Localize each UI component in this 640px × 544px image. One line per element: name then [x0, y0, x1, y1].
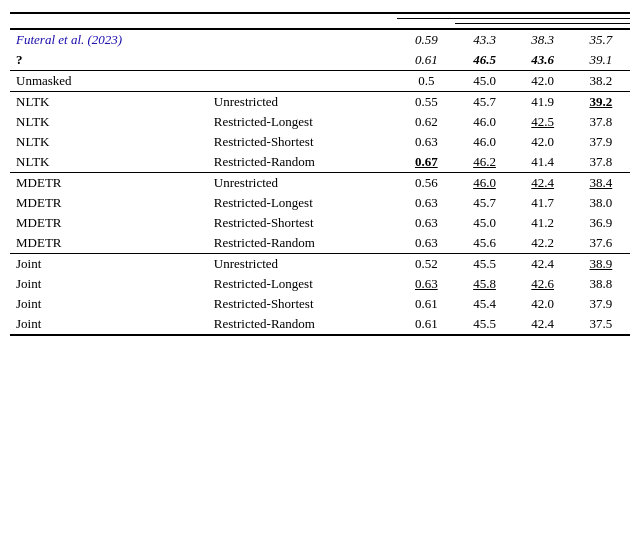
commute-cell: 0.5: [397, 71, 455, 92]
commute-header: [397, 19, 455, 30]
coco-cell: 38.0: [572, 193, 630, 213]
selection-cell: Restricted-Random: [208, 152, 397, 173]
table-row: MDETRRestricted-Longest0.6345.741.738.0: [10, 193, 630, 213]
coco-cell: 37.5: [572, 314, 630, 335]
table-row: MDETRRestricted-Shortest0.6345.041.236.9: [10, 213, 630, 233]
year2017-cell: 42.0: [514, 294, 572, 314]
selection-cell: Restricted-Shortest: [208, 294, 397, 314]
year2016-cell: 46.2: [455, 152, 513, 173]
year2016-cell: 45.0: [455, 213, 513, 233]
table-row: MDETRUnrestricted0.5646.042.438.4: [10, 173, 630, 194]
year2017-cell: 38.3: [514, 29, 572, 50]
table-row: JointRestricted-Shortest0.6145.442.037.9: [10, 294, 630, 314]
detection-cell: NLTK: [10, 92, 208, 113]
year2017-cell: 41.7: [514, 193, 572, 213]
detection-cell: NLTK: [10, 132, 208, 152]
commute-cell: 0.63: [397, 193, 455, 213]
year2016-cell: 45.4: [455, 294, 513, 314]
detection-cell: MDETR: [10, 233, 208, 254]
commute-cell: 0.61: [397, 50, 455, 71]
commute-cell: 0.59: [397, 29, 455, 50]
commute-cell: 0.63: [397, 274, 455, 294]
table-row: NLTKUnrestricted0.5545.741.939.2: [10, 92, 630, 113]
table-row: Futeral et al. (2023)0.5943.338.335.7: [10, 29, 630, 50]
commute-cell: 0.55: [397, 92, 455, 113]
detection-cell: Joint: [10, 314, 208, 335]
coco-cell: 37.8: [572, 152, 630, 173]
commute-cell: 0.61: [397, 294, 455, 314]
detection-cell: NLTK: [10, 112, 208, 132]
year2017-cell: 42.6: [514, 274, 572, 294]
commute-cell: 0.52: [397, 254, 455, 275]
commute-cell: 0.61: [397, 314, 455, 335]
selection-cell: Restricted-Longest: [208, 274, 397, 294]
year2017-cell: 42.4: [514, 173, 572, 194]
coco-cell: 37.9: [572, 294, 630, 314]
year2017-cell: 42.4: [514, 254, 572, 275]
detection-cell: MDETR: [10, 193, 208, 213]
year2016-cell: 46.0: [455, 132, 513, 152]
coco-cell: 37.8: [572, 112, 630, 132]
year2017-cell: 42.4: [514, 314, 572, 335]
selection-cell: [208, 50, 397, 71]
table-row: MDETRRestricted-Random0.6345.642.237.6: [10, 233, 630, 254]
year2017-cell: 41.4: [514, 152, 572, 173]
detection-cell: Unmasked: [10, 71, 208, 92]
table-row: JointUnrestricted0.5245.542.438.9: [10, 254, 630, 275]
year2017-cell: 41.2: [514, 213, 572, 233]
year2017-cell: 41.9: [514, 92, 572, 113]
year2016-cell: 45.7: [455, 92, 513, 113]
commute-cell: 0.63: [397, 233, 455, 254]
selection-cell: Restricted-Longest: [208, 193, 397, 213]
table-row: JointRestricted-Longest0.6345.842.638.8: [10, 274, 630, 294]
selection-cell: Restricted-Longest: [208, 112, 397, 132]
detection-cell: MDETR: [10, 173, 208, 194]
year2017-cell: 42.0: [514, 71, 572, 92]
selection-cell: [208, 29, 397, 50]
coco-cell: 39.1: [572, 50, 630, 71]
year2017-cell: 42.0: [514, 132, 572, 152]
table-row: NLTKRestricted-Random0.6746.241.437.8: [10, 152, 630, 173]
year2017-cell: 42.2: [514, 233, 572, 254]
selection-cell: Unrestricted: [208, 173, 397, 194]
coco-cell: 38.2: [572, 71, 630, 92]
selection-cell: Restricted-Shortest: [208, 213, 397, 233]
selection-cell: Unrestricted: [208, 92, 397, 113]
year2016-cell: 46.0: [455, 173, 513, 194]
table-row: JointRestricted-Random0.6145.542.437.5: [10, 314, 630, 335]
commute-cell: 0.63: [397, 213, 455, 233]
year2016-cell: 45.6: [455, 233, 513, 254]
detection-cell: Joint: [10, 294, 208, 314]
detection-header: [10, 13, 208, 29]
table-row: Unmasked0.545.042.038.2: [10, 71, 630, 92]
coco-cell: 37.6: [572, 233, 630, 254]
commute-cell: 0.62: [397, 112, 455, 132]
selection-cell: Unrestricted: [208, 254, 397, 275]
year2017-cell: 43.6: [514, 50, 572, 71]
detection-cell: Futeral et al. (2023): [10, 29, 208, 50]
coco-cell: 39.2: [572, 92, 630, 113]
coco-cell: 35.7: [572, 29, 630, 50]
year2016-cell: 45.7: [455, 193, 513, 213]
commute-cell: 0.63: [397, 132, 455, 152]
coco-cell: 38.8: [572, 274, 630, 294]
selection-cell: [208, 71, 397, 92]
detection-cell: NLTK: [10, 152, 208, 173]
year2016-cell: 45.0: [455, 71, 513, 92]
coco-cell: 37.9: [572, 132, 630, 152]
year2017-cell: 42.5: [514, 112, 572, 132]
detection-cell: Joint: [10, 274, 208, 294]
selection-cell: Restricted-Shortest: [208, 132, 397, 152]
year2016-cell: 45.5: [455, 314, 513, 335]
year2016-cell: 46.5: [455, 50, 513, 71]
year2016-cell: 45.5: [455, 254, 513, 275]
commute-cell: 0.67: [397, 152, 455, 173]
selection-cell: Restricted-Random: [208, 314, 397, 335]
results-table: Futeral et al. (2023)0.5943.338.335.7?0.…: [10, 12, 630, 336]
coco-cell: 36.9: [572, 213, 630, 233]
year2016-cell: 46.0: [455, 112, 513, 132]
selection-cell: Restricted-Random: [208, 233, 397, 254]
coco-cell: 38.9: [572, 254, 630, 275]
commute-cell: 0.56: [397, 173, 455, 194]
table-row: NLTKRestricted-Shortest0.6346.042.037.9: [10, 132, 630, 152]
